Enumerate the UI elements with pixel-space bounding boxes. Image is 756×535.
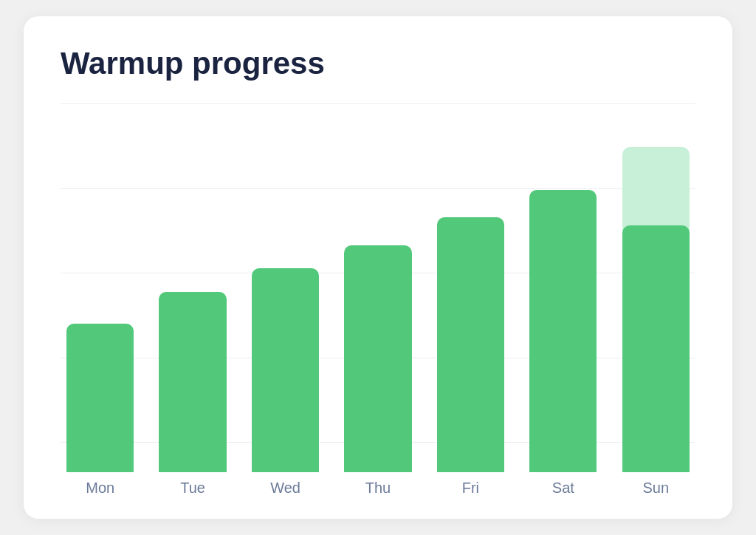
bar: [437, 217, 504, 472]
bar: [252, 268, 319, 472]
bar-wrapper: [338, 245, 417, 472]
bars-container: [61, 103, 695, 472]
bar-wrapper: [153, 292, 232, 472]
bar-wrapper: [246, 268, 325, 472]
bar-group: [338, 103, 417, 472]
bar-group: [431, 103, 510, 472]
x-axis-label: Thu: [338, 472, 417, 497]
warmup-card: Warmup progress MonTueWedThuFriSatSun: [24, 16, 732, 519]
bar-group: [246, 103, 325, 472]
chart-area: [61, 103, 695, 472]
x-labels: MonTueWedThuFriSatSun: [61, 472, 695, 497]
bar: [344, 245, 411, 472]
bar: [529, 190, 597, 472]
bar: [622, 225, 690, 472]
x-axis-label: Wed: [246, 472, 325, 497]
bar-group: [61, 103, 140, 472]
bar-wrapper: [431, 217, 510, 472]
bar-group: [153, 103, 232, 472]
x-axis-label: Mon: [61, 472, 140, 497]
chart-title: Warmup progress: [61, 46, 695, 81]
bar-group: [523, 103, 602, 472]
bar: [66, 324, 134, 472]
x-axis-label: Tue: [153, 472, 232, 497]
bar-group: [616, 103, 695, 472]
x-axis-label: Sun: [616, 472, 695, 497]
bar-wrapper: [61, 324, 140, 472]
bar-wrapper: [523, 190, 602, 472]
bar: [159, 292, 226, 472]
x-axis-label: Fri: [431, 472, 510, 497]
x-axis-label: Sat: [523, 472, 602, 497]
bar-wrapper: [616, 225, 695, 472]
